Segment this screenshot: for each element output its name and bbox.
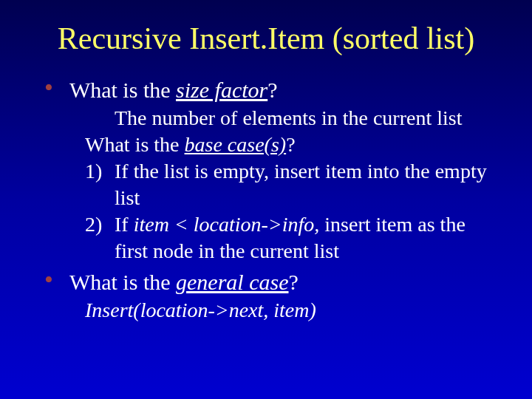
- n2-emph: item < location->info,: [134, 213, 320, 236]
- bullet-icon: •: [44, 77, 53, 99]
- b2-post: ?: [286, 133, 295, 156]
- n2-pre: If: [115, 213, 134, 236]
- bullet-3-text: What is the general case?: [69, 269, 299, 296]
- num-1-label: 1): [85, 158, 115, 211]
- b3-post: ?: [289, 270, 299, 294]
- num-1-text: If the list is empty, insert item into t…: [115, 158, 502, 211]
- bullet-1: • What is the size factor?: [44, 77, 502, 103]
- bullet-3: • What is the general case?: [44, 269, 502, 296]
- num-2-label: 2): [85, 211, 115, 265]
- b2-emph: base case(s): [185, 133, 287, 156]
- b1-pre: What is the: [69, 78, 176, 102]
- bullet-1-text: What is the size factor?: [69, 77, 278, 103]
- slide-title: Recursive Insert.Item (sorted list): [30, 21, 502, 56]
- b3-pre: What is the: [69, 270, 176, 294]
- slide-body: • What is the size factor? The number of…: [30, 77, 502, 324]
- numbered-1: 1) If the list is empty, insert item int…: [85, 158, 502, 211]
- sub-question-2: What is the base case(s)?: [85, 132, 502, 158]
- num-2-text: If item < location->info, insert item as…: [115, 211, 502, 265]
- b1-post: ?: [267, 78, 277, 102]
- answer-3: Insert(location->next, item): [85, 297, 502, 324]
- numbered-2: 2) If item < location->info, insert item…: [85, 211, 502, 265]
- slide: Recursive Insert.Item (sorted list) • Wh…: [0, 0, 532, 399]
- b1-emph: size factor: [176, 78, 267, 102]
- answer-1: The number of elements in the current li…: [115, 105, 502, 132]
- b3-emph: general case: [176, 270, 288, 294]
- b2-pre: What is the: [85, 133, 185, 156]
- bullet-icon: •: [44, 269, 53, 291]
